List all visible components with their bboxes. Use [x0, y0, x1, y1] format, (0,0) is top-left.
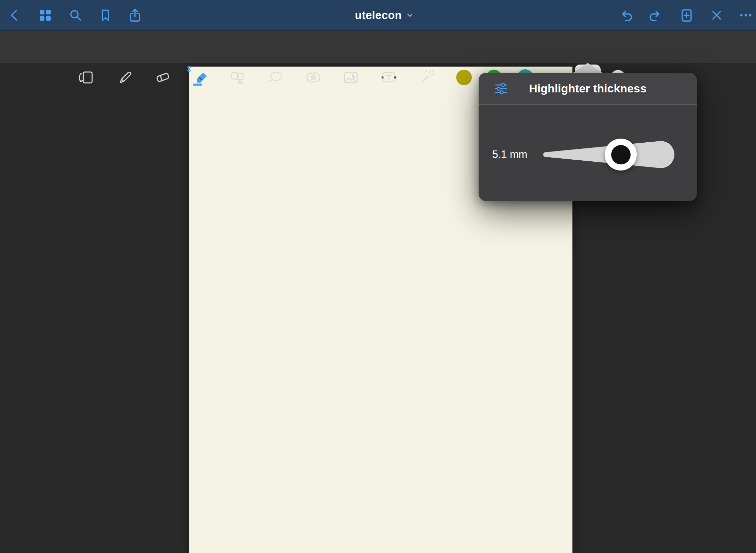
text-box-icon	[379, 68, 398, 87]
highlighter-icon	[191, 68, 210, 87]
elements-tool[interactable]	[304, 68, 323, 87]
eraser-icon	[153, 68, 172, 87]
bluetooth-icon	[186, 65, 192, 73]
laser-pointer-tool[interactable]	[417, 68, 436, 87]
document-title-label: utelecon	[355, 9, 402, 22]
undo-icon	[619, 8, 634, 23]
thickness-slider-track[interactable]	[479, 73, 697, 201]
bookmark-icon	[98, 8, 113, 23]
toolbar	[0, 31, 756, 63]
color-swatch-yellow[interactable]	[456, 70, 472, 85]
share-icon	[127, 8, 142, 23]
shapes-icon	[228, 68, 247, 87]
sticker-star-icon	[304, 68, 323, 87]
undo-button[interactable]	[619, 8, 634, 23]
redo-icon	[648, 8, 663, 23]
back-button[interactable]	[7, 8, 22, 23]
add-page-button[interactable]	[679, 8, 694, 23]
photo-icon	[341, 68, 360, 87]
page-thumbnails-button[interactable]	[38, 8, 53, 23]
add-page-icon	[679, 8, 694, 23]
search-button[interactable]	[68, 8, 83, 23]
thumbnails-grid-icon	[38, 8, 53, 23]
pen-icon	[116, 68, 135, 87]
close-icon	[709, 8, 724, 23]
popover-arrow	[573, 63, 603, 73]
back-icon	[7, 8, 22, 23]
zoom-window-icon	[77, 68, 96, 87]
text-tool[interactable]	[379, 68, 398, 87]
lasso-icon	[267, 68, 286, 87]
laser-pointer-icon	[417, 68, 436, 87]
lasso-tool[interactable]	[267, 68, 286, 87]
close-document-button[interactable]	[709, 8, 724, 23]
highlighter-thickness-popover: Highlighter thickness 5.1 mm	[479, 73, 697, 201]
thickness-slider-knob-dot	[611, 145, 631, 164]
bookmarks-button[interactable]	[98, 8, 113, 23]
highlighter-tool[interactable]	[191, 68, 210, 87]
shapes-tool[interactable]	[228, 68, 247, 87]
eraser-tool[interactable]	[153, 68, 172, 87]
chevron-down-icon	[406, 11, 414, 19]
image-tool[interactable]	[341, 68, 360, 87]
share-button[interactable]	[127, 8, 142, 23]
titlebar: utelecon	[0, 0, 756, 31]
more-options-button[interactable]	[738, 8, 753, 23]
thickness-slider-knob[interactable]	[605, 139, 637, 171]
ellipsis-icon	[738, 8, 753, 23]
zoom-window-tool[interactable]	[77, 68, 96, 87]
redo-button[interactable]	[648, 8, 663, 23]
pen-tool[interactable]	[116, 68, 135, 87]
search-icon	[68, 8, 83, 23]
document-title[interactable]: utelecon	[355, 0, 414, 31]
